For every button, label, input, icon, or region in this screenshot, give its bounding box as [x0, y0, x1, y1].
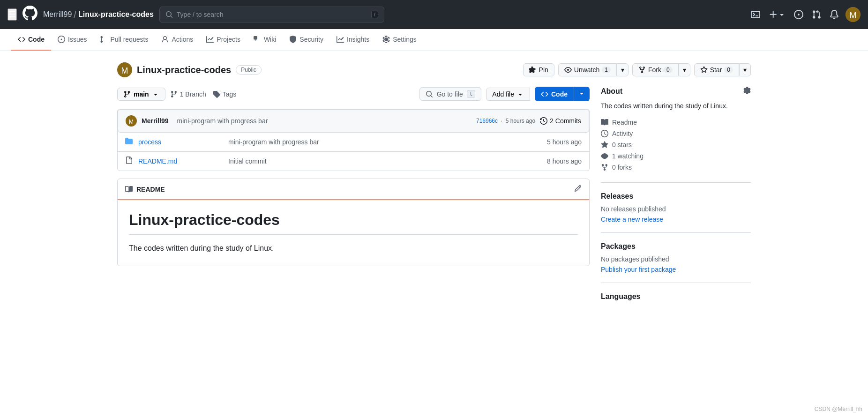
languages-section: Languages: [601, 292, 751, 315]
pullreq-icon-btn[interactable]: [810, 8, 823, 21]
notifications-icon-btn[interactable]: [828, 8, 841, 21]
code-button[interactable]: Code: [535, 87, 574, 101]
star-button[interactable]: Star 0: [694, 63, 739, 76]
tab-pullrequests[interactable]: Pull requests: [93, 29, 155, 51]
fork-group: Fork 0 ▾: [632, 63, 690, 76]
tab-code[interactable]: Code: [11, 29, 51, 51]
file-name-readme[interactable]: README.md: [138, 157, 223, 165]
svg-text:M: M: [121, 66, 128, 75]
unwatch-button[interactable]: Unwatch 1: [558, 63, 617, 76]
commit-hash: 716966c · 5 hours ago: [476, 118, 535, 124]
commit-message: mini-program with progress bar: [177, 117, 268, 125]
file-row-process: process mini-program with progress bar 5…: [118, 133, 589, 152]
tab-projects[interactable]: Projects: [200, 29, 247, 51]
visibility-badge: Public: [236, 65, 262, 75]
content-layout: main 1 Branch Tags Go to file: [117, 87, 751, 324]
commit-row: M Merrill99 mini-program with progress b…: [118, 109, 589, 133]
commit-author-avatar: M: [126, 115, 137, 127]
commit-author[interactable]: Merrill99: [142, 117, 169, 125]
tab-security[interactable]: Security: [283, 29, 330, 51]
goto-shortcut: t: [467, 90, 476, 98]
tab-actions[interactable]: Actions: [155, 29, 200, 51]
commit-time: 5 hours ago: [506, 118, 535, 124]
add-file-button[interactable]: Add file: [486, 88, 530, 101]
github-logo[interactable]: [22, 6, 37, 24]
about-forks-link[interactable]: 0 forks: [601, 162, 751, 173]
branch-selector[interactable]: main: [117, 88, 165, 101]
file-commit-process: mini-program with progress bar: [228, 138, 541, 146]
readme-content: Linux-practice-codes The codes written d…: [118, 200, 589, 266]
readme-body: The codes written during the study of Li…: [129, 242, 578, 254]
hamburger-menu[interactable]: ☰: [7, 8, 17, 21]
about-header: About: [601, 87, 751, 96]
readme-box: README Linux-practice-codes The codes wr…: [117, 179, 590, 266]
create-release-link[interactable]: Create a new release: [601, 216, 663, 223]
file-time-readme: 8 hours ago: [547, 157, 582, 165]
repo-name[interactable]: Linux-practice-codes: [78, 10, 154, 19]
star-group: Star 0 ▾: [694, 63, 751, 76]
publish-package-link[interactable]: Publish your first package: [601, 266, 676, 273]
fork-caret[interactable]: ▾: [679, 63, 690, 76]
gear-icon[interactable]: [743, 87, 751, 96]
pin-label: Pin: [539, 66, 548, 74]
file-icon: [125, 157, 133, 166]
owner-link[interactable]: Merrill99: [43, 10, 72, 19]
readme-heading: Linux-practice-codes: [129, 211, 578, 235]
commit-hash-value[interactable]: 716966c: [476, 118, 498, 124]
readme-label: README: [136, 186, 165, 193]
code-caret[interactable]: [574, 87, 590, 101]
about-title: About: [601, 87, 622, 96]
code-label: Code: [551, 90, 568, 98]
about-watching-link[interactable]: 1 watching: [601, 150, 751, 162]
nav-icons: M: [749, 7, 861, 22]
repo-title: Linux-practice-codes: [137, 65, 231, 75]
unwatch-caret[interactable]: ▾: [617, 63, 629, 76]
folder-icon: [125, 137, 133, 147]
issues-icon-btn[interactable]: [792, 8, 805, 21]
fork-count: 0: [664, 67, 673, 73]
fork-button[interactable]: Fork 0: [632, 63, 679, 76]
plus-icon-btn[interactable]: [767, 8, 787, 21]
repo-actions: Pin Unwatch 1 ▾ Fork 0 ▾: [523, 63, 751, 76]
no-releases-text: No releases published: [601, 205, 751, 213]
watch-count: 1: [602, 67, 611, 73]
tab-wiki[interactable]: Wiki: [247, 29, 283, 51]
branch-meta: 1 Branch Tags: [170, 90, 237, 98]
tags-label: Tags: [223, 90, 237, 98]
search-bar[interactable]: /: [159, 7, 384, 22]
side-panel: About The codes written during the study…: [601, 87, 751, 324]
code-btn-group: Code: [535, 87, 590, 101]
file-table: M Merrill99 mini-program with progress b…: [117, 109, 590, 171]
about-activity-link[interactable]: Activity: [601, 128, 751, 139]
languages-title: Languages: [601, 292, 751, 301]
fork-label: Fork: [648, 66, 661, 74]
readme-header: README: [118, 179, 589, 200]
search-shortcut: /: [371, 11, 378, 18]
goto-file-button[interactable]: Go to file t: [419, 87, 482, 101]
edit-icon[interactable]: [574, 185, 582, 194]
pin-button[interactable]: Pin: [523, 63, 554, 76]
repo-avatar: M: [117, 62, 132, 77]
tab-insights[interactable]: Insights: [330, 29, 376, 51]
no-packages-text: No packages published: [601, 255, 751, 263]
about-stars-link[interactable]: 0 stars: [601, 139, 751, 150]
repo-nav: Code Issues Pull requests Actions Projec…: [0, 29, 868, 51]
breadcrumb: Merrill99 / Linux-practice-codes: [43, 9, 154, 20]
avatar[interactable]: M: [846, 7, 861, 22]
file-commit-readme: Initial commit: [228, 157, 541, 165]
about-description: The codes written during the study of Li…: [601, 101, 751, 111]
terminal-icon-btn[interactable]: [749, 8, 762, 21]
commits-link[interactable]: 2 Commits: [540, 117, 581, 125]
tab-issues[interactable]: Issues: [51, 29, 93, 51]
file-row-readme: README.md Initial commit 8 hours ago: [118, 152, 589, 171]
star-label: Star: [710, 66, 722, 74]
branches-link[interactable]: 1 Branch: [170, 90, 206, 98]
about-readme-link[interactable]: Readme: [601, 117, 751, 128]
star-caret[interactable]: ▾: [739, 63, 751, 76]
tags-link[interactable]: Tags: [213, 90, 237, 98]
file-name-process[interactable]: process: [138, 138, 223, 146]
unwatch-group: Unwatch 1 ▾: [558, 63, 629, 76]
tab-settings[interactable]: Settings: [376, 29, 423, 51]
search-input[interactable]: [177, 11, 367, 18]
pin-group: Pin: [523, 63, 554, 76]
